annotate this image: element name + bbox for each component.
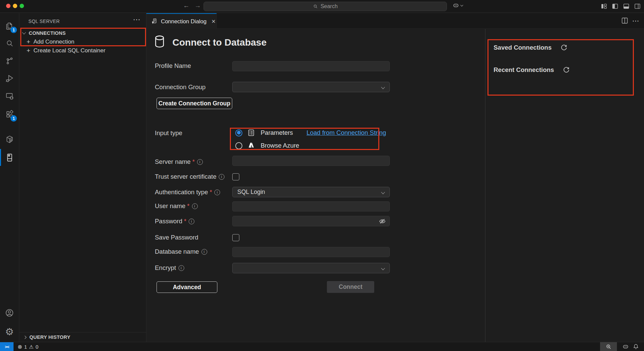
editor-group: Connection Dialog × ⋯ Connect to Databas… (146, 13, 644, 342)
password-input[interactable] (232, 216, 390, 226)
error-icon: ⊗ (18, 344, 22, 350)
chevron-down-icon (381, 190, 385, 194)
radio-browse-azure[interactable] (235, 142, 242, 149)
sql-server-icon[interactable] (0, 149, 19, 166)
user-name-input[interactable] (232, 201, 390, 211)
window-minimize-button[interactable] (13, 4, 17, 8)
zoom-status-button[interactable] (600, 342, 617, 351)
chevron-down-icon (381, 266, 385, 270)
extensions-badge: 1 (10, 115, 17, 122)
connection-group-select[interactable] (232, 82, 390, 92)
tab-bar: Connection Dialog × ⋯ (146, 13, 644, 29)
info-icon[interactable] (192, 203, 198, 209)
more-actions-icon[interactable]: ⋯ (632, 17, 639, 25)
source-control-icon[interactable] (0, 52, 19, 69)
connection-dialog-webview: Connect to Database Profile Name Connect… (146, 29, 644, 342)
problems-status[interactable]: ⊗ 1 ⚠ 0 (18, 342, 39, 351)
connect-button[interactable]: Connect (327, 281, 374, 293)
create-connection-group-button[interactable]: Create Connection Group (157, 98, 232, 109)
settings-gear-icon[interactable]: ⚙ (0, 323, 19, 340)
chevron-down-icon (460, 4, 463, 6)
trust-server-certificate-checkbox[interactable] (232, 173, 239, 180)
explorer-icon[interactable]: 1 (0, 17, 19, 34)
copilot-menu-button[interactable] (452, 2, 463, 9)
refresh-icon[interactable] (560, 44, 567, 51)
tree-item-label: Add Connection (33, 39, 74, 45)
load-from-connection-string-link[interactable]: Load from Connection String (307, 129, 386, 136)
server-name-label: Server name* (155, 158, 203, 166)
info-icon[interactable] (178, 265, 184, 271)
search-icon (313, 4, 318, 9)
bell-icon[interactable] (633, 343, 639, 350)
info-icon[interactable] (214, 190, 220, 195)
trust-server-certificate-label: Trust server certificate (155, 173, 224, 181)
refresh-icon[interactable] (563, 67, 570, 73)
advanced-button[interactable]: Advanced (157, 281, 217, 293)
remote-indicator[interactable]: >< (0, 342, 14, 351)
toggle-secondary-sidebar-icon[interactable] (634, 3, 641, 10)
connection-group-label: Connection Group (155, 83, 206, 91)
copilot-icon (452, 2, 459, 9)
profile-name-label: Profile Name (155, 62, 191, 70)
zoom-in-icon (605, 344, 612, 350)
remote-icon: >< (5, 344, 9, 349)
authentication-type-label: Authentication type* (155, 188, 220, 196)
profile-name-input[interactable] (232, 61, 390, 71)
copilot-icon[interactable] (622, 343, 629, 350)
server-name-input[interactable] (232, 156, 390, 166)
customize-layout-icon[interactable] (600, 3, 607, 10)
search-label: Search (320, 3, 338, 9)
search-view-icon[interactable] (0, 35, 19, 52)
save-password-label: Save Password (155, 233, 198, 242)
status-bar: >< ⊗ 1 ⚠ 0 (0, 342, 644, 351)
info-icon[interactable] (189, 219, 194, 224)
encrypt-label: Encrypt (155, 264, 184, 272)
info-icon[interactable] (219, 174, 224, 180)
account-icon[interactable] (0, 304, 19, 321)
remote-explorer-icon[interactable] (0, 87, 19, 104)
parameters-option-label: Parameters (261, 129, 293, 136)
close-icon[interactable]: × (212, 18, 216, 25)
activity-bar: 1 1 ⚙ (0, 13, 19, 342)
forward-arrow-icon[interactable]: → (193, 2, 202, 9)
run-debug-icon[interactable] (0, 70, 19, 87)
warning-count: 0 (35, 344, 38, 350)
radio-parameters[interactable] (235, 129, 242, 136)
chevron-right-icon (23, 335, 27, 339)
containers-icon[interactable] (0, 131, 19, 148)
toggle-panel-icon[interactable] (623, 3, 630, 10)
saved-connections-title: Saved Connections (494, 44, 552, 51)
tree-item-create-local-sql-container[interactable]: + Create Local SQL Container (19, 46, 146, 55)
window-zoom-button[interactable] (20, 4, 24, 8)
eye-off-icon[interactable] (379, 218, 386, 225)
database-name-input[interactable] (232, 247, 390, 257)
authentication-type-select[interactable]: SQL Login (232, 187, 390, 197)
back-arrow-icon[interactable]: ← (182, 2, 191, 9)
plus-icon: + (23, 38, 33, 46)
info-icon[interactable] (197, 159, 203, 165)
connections-section-header[interactable]: CONNECTIONS (19, 29, 146, 37)
command-center-search[interactable]: Search (204, 2, 447, 11)
info-icon[interactable] (201, 249, 207, 255)
tab-connection-dialog[interactable]: Connection Dialog × (146, 13, 217, 29)
parameters-icon (247, 129, 255, 137)
recent-connections-title: Recent Connections (494, 66, 554, 74)
sidebar-title: SQL SERVER (28, 19, 60, 24)
save-password-checkbox[interactable] (232, 234, 239, 241)
extensions-icon[interactable]: 1 (0, 106, 19, 123)
chevron-down-icon (22, 30, 26, 34)
tab-label: Connection Dialog (161, 18, 207, 25)
plus-icon: + (23, 47, 33, 54)
more-actions-icon[interactable]: ⋯ (133, 15, 140, 24)
panel-divider (485, 29, 485, 342)
toggle-primary-sidebar-icon[interactable] (612, 3, 619, 10)
encrypt-select[interactable] (232, 263, 390, 273)
chevron-down-icon (381, 85, 385, 89)
tree-item-add-connection[interactable]: + Add Connection (19, 37, 146, 46)
split-editor-icon[interactable] (621, 17, 628, 24)
explorer-badge: 1 (10, 27, 17, 33)
browse-azure-option-label: Browse Azure (261, 142, 299, 149)
query-history-section-header[interactable]: QUERY HISTORY (19, 332, 146, 342)
window-close-button[interactable] (6, 4, 10, 8)
tree-item-label: Create Local SQL Container (33, 47, 105, 54)
